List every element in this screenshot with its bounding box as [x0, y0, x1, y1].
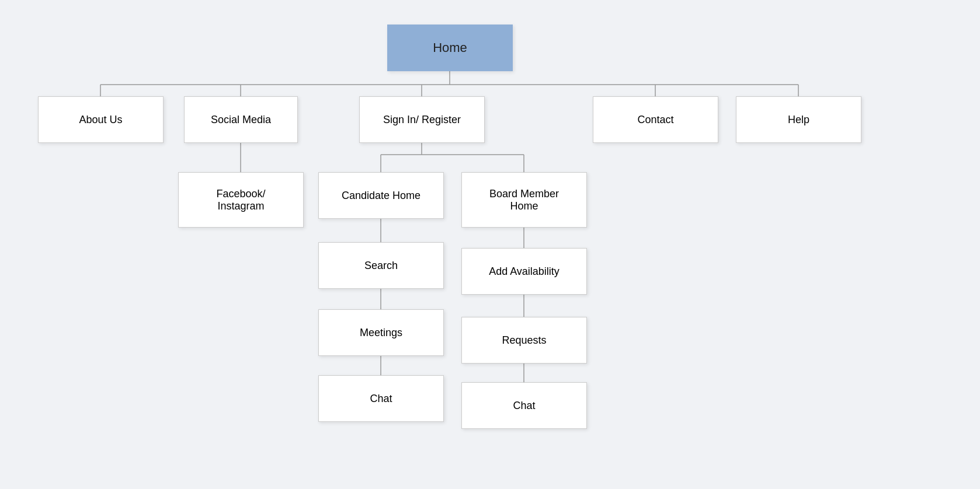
sign-in-label: Sign In/ Register: [383, 114, 461, 126]
tree-container: Home About Us Social Media Sign In/ Regi…: [0, 0, 980, 489]
chat-board-label: Chat: [513, 400, 535, 412]
chat-candidate-label: Chat: [370, 393, 392, 405]
social-media-node[interactable]: Social Media: [184, 96, 298, 143]
about-us-label: About Us: [79, 114, 122, 126]
add-availability-label: Add Availability: [489, 266, 559, 278]
requests-node[interactable]: Requests: [461, 317, 587, 364]
social-media-label: Social Media: [211, 114, 271, 126]
chat-candidate-node[interactable]: Chat: [318, 375, 444, 422]
search-label: Search: [364, 260, 398, 272]
home-node[interactable]: Home: [387, 25, 513, 71]
contact-node[interactable]: Contact: [593, 96, 718, 143]
search-node[interactable]: Search: [318, 242, 444, 289]
help-node[interactable]: Help: [736, 96, 861, 143]
about-us-node[interactable]: About Us: [38, 96, 164, 143]
sign-in-node[interactable]: Sign In/ Register: [359, 96, 485, 143]
home-label: Home: [433, 40, 467, 55]
facebook-instagram-node[interactable]: Facebook/Instagram: [178, 172, 304, 228]
chat-board-node[interactable]: Chat: [461, 382, 587, 429]
meetings-node[interactable]: Meetings: [318, 309, 444, 356]
facebook-instagram-label: Facebook/Instagram: [216, 188, 265, 212]
candidate-home-label: Candidate Home: [342, 190, 421, 202]
help-label: Help: [788, 114, 809, 126]
contact-label: Contact: [637, 114, 673, 126]
candidate-home-node[interactable]: Candidate Home: [318, 172, 444, 219]
meetings-label: Meetings: [360, 327, 402, 339]
board-member-home-label: Board MemberHome: [489, 188, 559, 212]
board-member-home-node[interactable]: Board MemberHome: [461, 172, 587, 228]
add-availability-node[interactable]: Add Availability: [461, 248, 587, 295]
requests-label: Requests: [502, 334, 546, 347]
